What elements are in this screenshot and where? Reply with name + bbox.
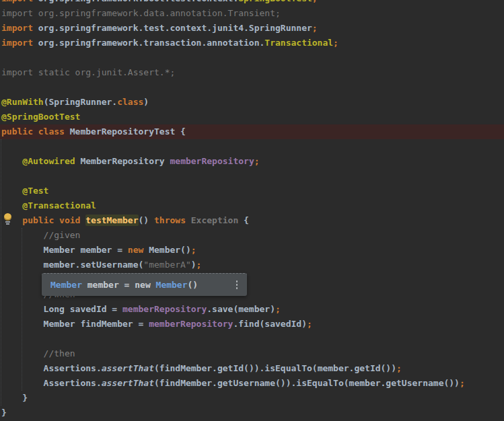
lightbulb-glass bbox=[4, 213, 11, 221]
code-area[interactable]: import org.springframework.boot.test.con… bbox=[0, 0, 504, 420]
code-line[interactable]: Assertions.assertThat(findMember.getId()… bbox=[0, 361, 504, 376]
code-line[interactable]: import org.springframework.test.context.… bbox=[0, 21, 504, 36]
code-line[interactable]: public class MemberRepositoryTest { bbox=[0, 124, 504, 139]
code-line[interactable]: import org.springframework.transaction.a… bbox=[0, 36, 504, 50]
intention-lightbulb-icon[interactable] bbox=[3, 213, 12, 225]
lightbulb-base bbox=[5, 221, 10, 223]
code-line[interactable]: @SpringBootTest bbox=[0, 110, 504, 124]
code-line[interactable]: } bbox=[0, 391, 504, 406]
code-line[interactable] bbox=[0, 80, 504, 95]
code-line[interactable]: //then bbox=[0, 346, 504, 361]
code-line[interactable]: //given bbox=[0, 228, 504, 243]
code-line[interactable]: @RunWith(SpringRunner.class) bbox=[0, 95, 504, 110]
code-line[interactable]: @Transactional bbox=[0, 198, 504, 213]
debugger-hint-text: Member member = new Member() bbox=[50, 280, 198, 290]
code-line[interactable]: Member member = new Member(); bbox=[0, 243, 504, 258]
kebab-vertical-icon[interactable] bbox=[233, 278, 241, 292]
code-line[interactable]: } bbox=[0, 406, 504, 420]
code-editor[interactable]: import org.springframework.boot.test.con… bbox=[0, 0, 504, 421]
code-line[interactable]: @Test bbox=[0, 184, 504, 198]
code-line[interactable] bbox=[0, 169, 504, 184]
code-line[interactable] bbox=[0, 50, 504, 65]
code-line[interactable]: member.setUsername("memberA"); bbox=[0, 258, 504, 272]
code-line[interactable] bbox=[0, 332, 504, 346]
code-line[interactable]: Long savedId = memberRepository.save(mem… bbox=[0, 302, 504, 317]
code-line[interactable]: Assertions.assertThat(findMember.getUser… bbox=[0, 376, 504, 391]
code-line[interactable]: Member findMember = memberRepository.fin… bbox=[0, 317, 504, 332]
lightbulb-base bbox=[6, 223, 9, 225]
code-line[interactable]: import static org.junit.Assert.*; bbox=[0, 65, 504, 80]
code-line[interactable]: import org.springframework.boot.test.con… bbox=[0, 0, 504, 6]
code-line[interactable]: public void testMember() throws Exceptio… bbox=[0, 213, 504, 228]
code-line[interactable]: import org.springframework.data.annotati… bbox=[0, 6, 504, 21]
code-line[interactable] bbox=[0, 139, 504, 154]
debugger-inline-hint-popup[interactable]: Member member = new Member() bbox=[42, 273, 247, 296]
code-line[interactable]: @Autowired MemberRepository memberReposi… bbox=[0, 154, 504, 169]
